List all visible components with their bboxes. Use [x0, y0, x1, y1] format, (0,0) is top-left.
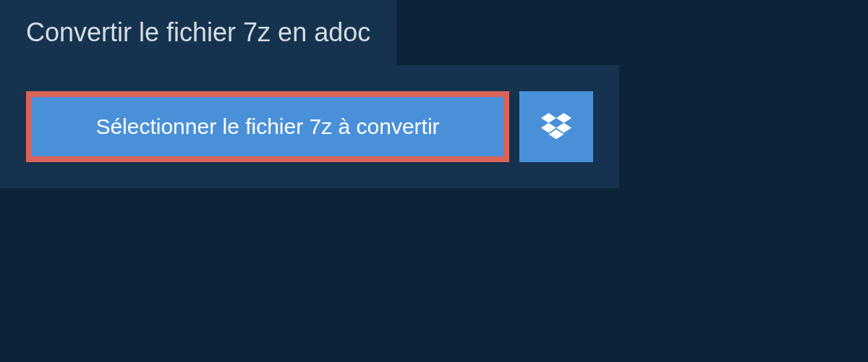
tab-bar: Convertir le fichier 7z en adoc	[0, 0, 396, 65]
conversion-panel: Sélectionner le fichier 7z à convertir	[0, 65, 619, 188]
tab-convert[interactable]: Convertir le fichier 7z en adoc	[0, 0, 396, 65]
dropbox-icon	[541, 111, 571, 142]
select-file-button[interactable]: Sélectionner le fichier 7z à convertir	[26, 91, 509, 162]
select-file-label: Sélectionner le fichier 7z à convertir	[95, 114, 439, 139]
dropbox-button[interactable]	[519, 91, 593, 162]
tab-label: Convertir le fichier 7z en adoc	[26, 17, 370, 47]
